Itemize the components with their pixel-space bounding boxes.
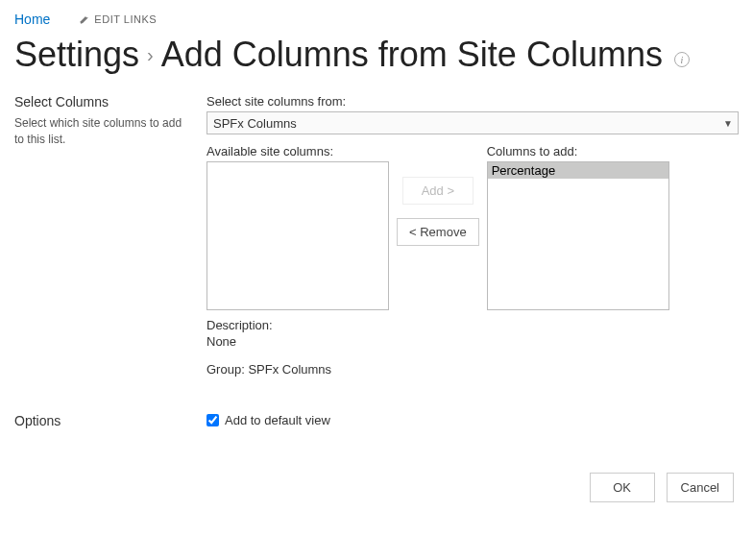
select-columns-heading: Select Columns	[14, 94, 187, 110]
cancel-button[interactable]: Cancel	[667, 473, 734, 502]
chevron-right-icon: ›	[147, 44, 154, 66]
remove-button[interactable]: < Remove	[397, 218, 479, 246]
description-label: Description:	[206, 318, 739, 332]
available-columns-label: Available site columns:	[206, 144, 389, 158]
columns-to-add-label: Columns to add:	[487, 144, 669, 158]
page-title: Settings › Add Columns from Site Columns…	[0, 35, 753, 94]
select-columns-desc: Select which site columns to add to this…	[14, 115, 187, 148]
edit-links-label: EDIT LINKS	[94, 13, 157, 25]
breadcrumb-settings[interactable]: Settings	[14, 35, 139, 75]
list-item[interactable]: Percentage	[488, 162, 668, 179]
columns-to-add-listbox[interactable]: Percentage	[487, 161, 669, 310]
add-default-view-row[interactable]: Add to default view	[206, 413, 739, 427]
page-title-text: Add Columns from Site Columns	[161, 35, 663, 75]
group-label: Group:	[206, 362, 245, 377]
add-button[interactable]: Add >	[402, 177, 474, 205]
add-default-view-label: Add to default view	[225, 413, 330, 427]
site-columns-group-select[interactable]: SPFx Columns	[206, 111, 739, 134]
available-columns-listbox[interactable]	[206, 161, 389, 310]
select-from-label: Select site columns from:	[206, 94, 739, 109]
pencil-icon	[79, 14, 89, 25]
info-icon[interactable]: i	[674, 52, 690, 67]
edit-links-button[interactable]: EDIT LINKS	[79, 13, 157, 25]
add-default-view-checkbox[interactable]	[206, 414, 219, 426]
options-heading: Options	[14, 413, 187, 428]
description-value: None	[206, 334, 739, 349]
ok-button[interactable]: OK	[590, 473, 655, 502]
group-value: SPFx Columns	[248, 362, 331, 377]
home-link[interactable]: Home	[14, 12, 50, 27]
